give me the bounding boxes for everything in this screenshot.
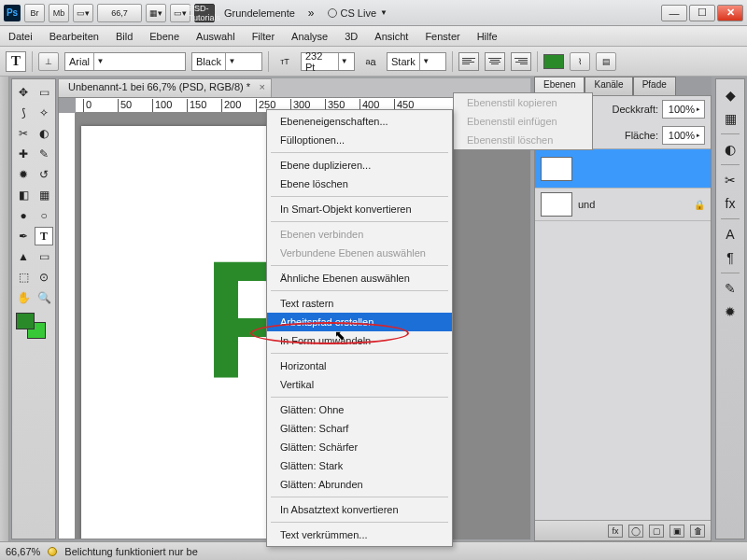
menuitem[interactable]: Ebene duplizieren... [267,156,452,175]
menuitem[interactable]: Arbeitspfad erstellen [267,313,452,331]
fill-input[interactable]: 100%▸ [662,126,705,145]
eraser-tool[interactable]: ◧ [14,186,33,204]
bridge-button[interactable]: Br [24,4,45,22]
menuitem[interactable]: Horizontal [267,357,452,375]
menuitem[interactable]: In Smart-Objekt konvertieren [267,200,452,218]
new-layer-button[interactable]: ▣ [669,525,684,538]
status-zoom[interactable]: 66,67% [6,546,40,557]
mask-button[interactable]: ◯ [628,525,643,538]
gradient-tool[interactable]: ▦ [35,186,53,204]
move-tool[interactable]: ✥ [14,83,33,102]
zoom-label[interactable]: 66,7 [97,4,142,22]
align-right-button[interactable] [511,52,531,71]
trash-button[interactable]: 🗑 [690,525,705,538]
color-swatches[interactable] [14,313,53,343]
font-family-select[interactable]: Arial ▼ [64,52,186,71]
menuitem[interactable]: Text rastern [267,294,452,313]
wand-tool[interactable]: ✧ [35,104,53,122]
clone-panel-icon[interactable]: ✹ [720,301,740,322]
eyedropper-tool[interactable]: ◐ [35,124,53,143]
adjustments-panel-icon[interactable]: ◐ [720,139,740,160]
hand-tool[interactable]: ✋ [14,288,33,307]
character-panel-button[interactable]: ▤ [596,52,616,71]
history-brush-tool[interactable]: ↺ [35,165,53,184]
text-tool[interactable]: T [35,227,53,245]
minimize-button[interactable]: — [661,5,687,21]
screenmode-button[interactable]: ▭▾ [73,4,93,22]
marquee-tool[interactable]: ▭ [35,83,53,102]
lasso-tool[interactable]: ⟆ [14,104,33,122]
menu-bearbeiten[interactable]: Bearbeiten [41,26,107,47]
character-panel-icon[interactable]: A [720,224,740,245]
cs-live[interactable]: CS Live ▼ [322,7,393,19]
brush-panel-icon[interactable]: ✎ [720,278,740,299]
minibridge-button[interactable]: Mb [49,4,69,22]
menuitem[interactable]: In Absatztext konvertieren [267,500,452,519]
folder-button[interactable]: ▢ [649,525,664,538]
menuitem[interactable]: Glätten: Scharf [267,419,452,438]
paragraph-panel-icon[interactable]: ¶ [720,247,740,268]
close-button[interactable]: ✕ [717,5,743,21]
arrange-button[interactable]: ▦▾ [146,4,166,22]
opacity-input[interactable]: 100%▸ [662,100,705,119]
blur-tool[interactable]: ● [14,206,33,225]
menu-ansicht[interactable]: Ansicht [366,26,416,47]
menu-hilfe[interactable]: Hilfe [469,26,506,47]
layer-row[interactable] [535,149,711,189]
pen-tool[interactable]: ✒ [14,227,33,245]
stamp-tool[interactable]: ✹ [14,165,33,184]
extras-button[interactable]: ▭▾ [170,4,190,22]
menuitem[interactable]: Glätten: Ohne [267,400,452,419]
swatches-panel-icon[interactable]: ▦ [720,108,740,129]
brush-tool[interactable]: ✎ [35,145,53,163]
menuitem[interactable]: Ähnliche Ebenen auswählen [267,269,452,287]
document-tab[interactable]: Unbenannt-1 bei 66,7% (PSD, RGB/8) * × [58,78,272,97]
workspace-grundelemente[interactable]: Grundelemente [218,7,301,19]
menu-auswahl[interactable]: Auswahl [188,26,244,47]
menuitem[interactable]: Vertikal [267,375,452,394]
menu-3d[interactable]: 3D [336,26,366,47]
menuitem[interactable]: Glätten: Abrunden [267,475,452,494]
text-orientation-button[interactable]: ⊥ [38,52,59,71]
font-weight-select[interactable]: Black ▼ [191,52,262,71]
menuitem[interactable]: Glätten: Stark [267,456,452,475]
menu-fenster[interactable]: Fenster [416,26,468,47]
heal-tool[interactable]: ✚ [14,145,33,163]
styles-panel-icon[interactable]: fx [720,193,740,214]
workspace-more[interactable]: » [304,7,318,20]
antialias-select[interactable]: Stark ▼ [387,52,446,71]
left-dock-edge[interactable] [0,77,9,541]
menuitem[interactable]: Ebeneneigenschaften... [267,112,452,131]
masks-panel-icon[interactable]: ✂ [720,170,740,190]
3d-tool[interactable]: ⬚ [14,268,33,287]
shape-tool[interactable]: ▭ [35,247,53,266]
current-tool-icon[interactable]: T [6,51,26,72]
foreground-color[interactable] [16,313,35,329]
warp-text-button[interactable]: ⌇ [570,52,590,71]
close-icon[interactable]: × [260,81,265,92]
fx-button[interactable]: fx [608,525,623,538]
menuitem[interactable]: Glätten: Schärfer [267,438,452,456]
menu-bild[interactable]: Bild [107,26,141,47]
path-select-tool[interactable]: ▲ [14,247,33,266]
menuitem[interactable]: In Form umwandeln [267,331,452,350]
dodge-tool[interactable]: ○ [35,206,53,225]
zoom-tool[interactable]: 🔍 [35,288,53,307]
workspace-psd-tutorials[interactable]: PSD-Tutorials [194,4,215,22]
menu-ebene[interactable]: Ebene [141,26,188,47]
text-color-swatch[interactable] [543,54,564,69]
menu-datei[interactable]: Datei [0,26,41,47]
menu-filter[interactable]: Filter [244,26,283,47]
color-panel-icon[interactable]: ◆ [720,85,740,105]
menu-analyse[interactable]: Analyse [283,26,336,47]
maximize-button[interactable]: ☐ [689,5,715,21]
font-size-select[interactable]: 232 Pt ▼ [301,52,355,71]
menuitem[interactable]: Ebene löschen [267,175,452,193]
align-left-button[interactable] [458,52,479,71]
crop-tool[interactable]: ✂ [14,124,33,143]
menuitem[interactable]: Fülloptionen... [267,131,452,149]
menuitem[interactable]: Text verkrümmen... [267,525,452,544]
3d-camera-tool[interactable]: ⊙ [35,268,53,287]
layer-row[interactable]: und 🔒 [535,189,711,221]
align-center-button[interactable] [485,52,505,71]
